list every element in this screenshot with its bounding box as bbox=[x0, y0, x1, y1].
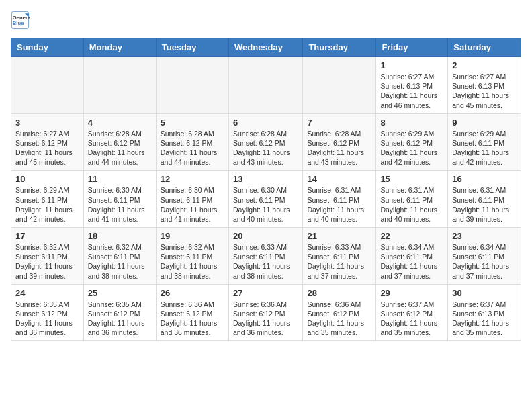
day-detail: Sunrise: 6:32 AMSunset: 6:11 PMDaylight:… bbox=[88, 242, 152, 281]
calendar-cell: 2Sunrise: 6:27 AMSunset: 6:13 PMDaylight… bbox=[448, 57, 521, 114]
day-detail: Sunrise: 6:35 AMSunset: 6:12 PMDaylight:… bbox=[88, 300, 152, 338]
week-row-1: 1Sunrise: 6:27 AMSunset: 6:13 PMDaylight… bbox=[11, 57, 521, 114]
day-number: 19 bbox=[161, 231, 224, 241]
calendar-cell: 19Sunrise: 6:32 AMSunset: 6:11 PMDayligh… bbox=[156, 228, 228, 285]
calendar-cell: 23Sunrise: 6:34 AMSunset: 6:11 PMDayligh… bbox=[448, 228, 521, 285]
day-number: 9 bbox=[452, 118, 517, 128]
day-number: 24 bbox=[15, 288, 79, 298]
day-number: 8 bbox=[380, 118, 443, 128]
day-detail: Sunrise: 6:36 AMSunset: 6:12 PMDaylight:… bbox=[233, 300, 298, 338]
calendar-cell: 24Sunrise: 6:35 AMSunset: 6:12 PMDayligh… bbox=[11, 284, 84, 341]
day-number: 1 bbox=[380, 60, 443, 71]
day-detail: Sunrise: 6:33 AMSunset: 6:11 PMDaylight:… bbox=[233, 242, 298, 281]
day-number: 18 bbox=[88, 231, 152, 241]
calendar-cell: 16Sunrise: 6:31 AMSunset: 6:11 PMDayligh… bbox=[448, 171, 521, 228]
day-number: 22 bbox=[380, 231, 443, 241]
calendar-cell: 29Sunrise: 6:37 AMSunset: 6:12 PMDayligh… bbox=[376, 284, 448, 341]
weekday-header-friday: Friday bbox=[376, 38, 448, 57]
calendar-cell: 28Sunrise: 6:36 AMSunset: 6:12 PMDayligh… bbox=[303, 284, 376, 341]
day-detail: Sunrise: 6:37 AMSunset: 6:12 PMDaylight:… bbox=[380, 300, 443, 338]
calendar-cell bbox=[303, 57, 376, 114]
day-detail: Sunrise: 6:28 AMSunset: 6:12 PMDaylight:… bbox=[307, 129, 371, 167]
calendar-cell: 22Sunrise: 6:34 AMSunset: 6:11 PMDayligh… bbox=[376, 228, 448, 285]
calendar-cell: 20Sunrise: 6:33 AMSunset: 6:11 PMDayligh… bbox=[228, 228, 302, 285]
calendar-cell: 8Sunrise: 6:29 AMSunset: 6:12 PMDaylight… bbox=[376, 113, 448, 171]
day-detail: Sunrise: 6:36 AMSunset: 6:12 PMDaylight:… bbox=[161, 300, 224, 338]
day-number: 11 bbox=[88, 174, 152, 184]
calendar-cell: 7Sunrise: 6:28 AMSunset: 6:12 PMDaylight… bbox=[303, 113, 376, 171]
calendar-cell: 3Sunrise: 6:27 AMSunset: 6:12 PMDaylight… bbox=[11, 113, 84, 171]
day-number: 29 bbox=[380, 288, 443, 298]
day-number: 20 bbox=[233, 231, 298, 241]
day-number: 12 bbox=[161, 174, 224, 184]
day-detail: Sunrise: 6:29 AMSunset: 6:11 PMDaylight:… bbox=[452, 129, 517, 167]
day-detail: Sunrise: 6:30 AMSunset: 6:11 PMDaylight:… bbox=[161, 185, 224, 224]
day-detail: Sunrise: 6:28 AMSunset: 6:12 PMDaylight:… bbox=[161, 129, 224, 167]
calendar-cell: 9Sunrise: 6:29 AMSunset: 6:11 PMDaylight… bbox=[448, 113, 521, 171]
calendar-cell bbox=[83, 57, 156, 114]
day-number: 27 bbox=[233, 288, 298, 298]
day-number: 3 bbox=[15, 118, 79, 128]
day-detail: Sunrise: 6:37 AMSunset: 6:13 PMDaylight:… bbox=[452, 300, 517, 338]
weekday-header-tuesday: Tuesday bbox=[156, 38, 228, 57]
calendar-cell: 17Sunrise: 6:32 AMSunset: 6:11 PMDayligh… bbox=[11, 228, 84, 285]
day-detail: Sunrise: 6:33 AMSunset: 6:11 PMDaylight:… bbox=[307, 242, 371, 281]
calendar-cell: 26Sunrise: 6:36 AMSunset: 6:12 PMDayligh… bbox=[156, 284, 228, 341]
week-row-5: 24Sunrise: 6:35 AMSunset: 6:12 PMDayligh… bbox=[11, 284, 521, 341]
calendar-cell: 27Sunrise: 6:36 AMSunset: 6:12 PMDayligh… bbox=[228, 284, 302, 341]
weekday-header-wednesday: Wednesday bbox=[228, 38, 302, 57]
calendar-cell: 6Sunrise: 6:28 AMSunset: 6:12 PMDaylight… bbox=[228, 113, 302, 171]
header: General Blue bbox=[11, 11, 521, 30]
calendar-cell: 18Sunrise: 6:32 AMSunset: 6:11 PMDayligh… bbox=[83, 228, 156, 285]
day-number: 7 bbox=[307, 118, 371, 128]
weekday-header-saturday: Saturday bbox=[448, 38, 521, 57]
day-number: 5 bbox=[161, 118, 224, 128]
logo-icon: General Blue bbox=[11, 11, 30, 30]
day-number: 28 bbox=[307, 288, 371, 298]
day-number: 25 bbox=[88, 288, 152, 298]
day-detail: Sunrise: 6:28 AMSunset: 6:12 PMDaylight:… bbox=[88, 129, 152, 167]
day-number: 30 bbox=[452, 288, 517, 298]
calendar-cell: 4Sunrise: 6:28 AMSunset: 6:12 PMDaylight… bbox=[83, 113, 156, 171]
calendar-cell: 25Sunrise: 6:35 AMSunset: 6:12 PMDayligh… bbox=[83, 284, 156, 341]
day-number: 26 bbox=[161, 288, 224, 298]
calendar-cell: 14Sunrise: 6:31 AMSunset: 6:11 PMDayligh… bbox=[303, 171, 376, 228]
week-row-4: 17Sunrise: 6:32 AMSunset: 6:11 PMDayligh… bbox=[11, 228, 521, 285]
day-detail: Sunrise: 6:27 AMSunset: 6:13 PMDaylight:… bbox=[452, 72, 517, 110]
day-detail: Sunrise: 6:34 AMSunset: 6:11 PMDaylight:… bbox=[452, 242, 517, 281]
svg-text:Blue: Blue bbox=[13, 20, 24, 26]
day-detail: Sunrise: 6:31 AMSunset: 6:11 PMDaylight:… bbox=[452, 185, 517, 224]
calendar-cell: 30Sunrise: 6:37 AMSunset: 6:13 PMDayligh… bbox=[448, 284, 521, 341]
day-detail: Sunrise: 6:29 AMSunset: 6:11 PMDaylight:… bbox=[15, 185, 79, 224]
weekday-header-row: SundayMondayTuesdayWednesdayThursdayFrid… bbox=[11, 38, 521, 57]
day-number: 14 bbox=[307, 174, 371, 184]
calendar-cell: 5Sunrise: 6:28 AMSunset: 6:12 PMDaylight… bbox=[156, 113, 228, 171]
calendar-cell: 12Sunrise: 6:30 AMSunset: 6:11 PMDayligh… bbox=[156, 171, 228, 228]
day-number: 23 bbox=[452, 231, 517, 241]
week-row-3: 10Sunrise: 6:29 AMSunset: 6:11 PMDayligh… bbox=[11, 171, 521, 228]
calendar-cell: 15Sunrise: 6:31 AMSunset: 6:11 PMDayligh… bbox=[376, 171, 448, 228]
page: General Blue SundayMondayTuesdayWednesda… bbox=[0, 0, 532, 352]
day-number: 6 bbox=[233, 118, 298, 128]
day-number: 10 bbox=[15, 174, 79, 184]
day-detail: Sunrise: 6:30 AMSunset: 6:11 PMDaylight:… bbox=[233, 185, 298, 224]
day-detail: Sunrise: 6:32 AMSunset: 6:11 PMDaylight:… bbox=[161, 242, 224, 281]
day-number: 16 bbox=[452, 174, 517, 184]
day-number: 15 bbox=[380, 174, 443, 184]
day-number: 13 bbox=[233, 174, 298, 184]
calendar-table: SundayMondayTuesdayWednesdayThursdayFrid… bbox=[11, 38, 521, 341]
calendar-cell bbox=[228, 57, 302, 114]
weekday-header-thursday: Thursday bbox=[303, 38, 376, 57]
calendar-cell: 10Sunrise: 6:29 AMSunset: 6:11 PMDayligh… bbox=[11, 171, 84, 228]
logo: General Blue bbox=[11, 11, 30, 30]
calendar-cell: 13Sunrise: 6:30 AMSunset: 6:11 PMDayligh… bbox=[228, 171, 302, 228]
weekday-header-monday: Monday bbox=[83, 38, 156, 57]
day-detail: Sunrise: 6:27 AMSunset: 6:13 PMDaylight:… bbox=[380, 72, 443, 110]
day-number: 21 bbox=[307, 231, 371, 241]
day-detail: Sunrise: 6:29 AMSunset: 6:12 PMDaylight:… bbox=[380, 129, 443, 167]
day-detail: Sunrise: 6:36 AMSunset: 6:12 PMDaylight:… bbox=[307, 300, 371, 338]
day-detail: Sunrise: 6:30 AMSunset: 6:11 PMDaylight:… bbox=[88, 185, 152, 224]
calendar-cell: 11Sunrise: 6:30 AMSunset: 6:11 PMDayligh… bbox=[83, 171, 156, 228]
day-detail: Sunrise: 6:31 AMSunset: 6:11 PMDaylight:… bbox=[307, 185, 371, 224]
day-detail: Sunrise: 6:27 AMSunset: 6:12 PMDaylight:… bbox=[15, 129, 79, 167]
